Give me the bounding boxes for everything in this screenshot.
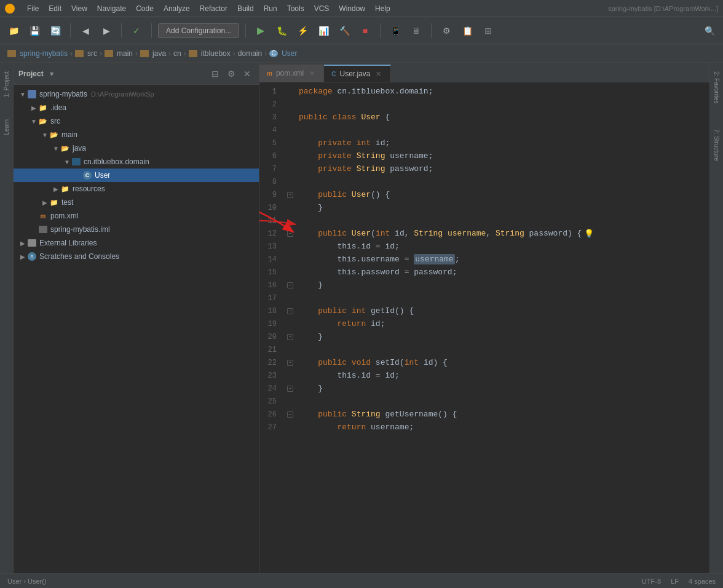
bc-sep-6: › <box>233 49 235 58</box>
line-num-15: 15 <box>259 268 284 277</box>
check-btn[interactable]: ✓ <box>128 22 145 39</box>
status-indent[interactable]: 4 spaces <box>689 578 716 585</box>
menu-file[interactable]: File <box>27 4 39 13</box>
add-config-btn[interactable]: Add Configuration... <box>158 23 239 38</box>
menu-analyze[interactable]: Analyze <box>164 4 190 13</box>
tab-pom-xml[interactable]: m pom.xml ✕ <box>259 65 324 82</box>
tree-item-resources[interactable]: ▶ 📁 resources <box>14 182 259 196</box>
coverage-btn[interactable]: ⚡ <box>294 22 311 39</box>
src-arrow: ▼ <box>30 117 38 125</box>
stop-btn[interactable]: ■ <box>357 22 374 39</box>
open-folder-btn[interactable]: 📁 <box>5 22 22 39</box>
project-panel-dropdown[interactable]: ▼ <box>49 70 55 77</box>
breadcrumb-user[interactable]: User <box>282 49 297 58</box>
forward-btn[interactable]: ▶ <box>98 22 115 39</box>
line-num-8: 8 <box>259 178 284 186</box>
fold-20[interactable]: - <box>287 334 293 340</box>
code-line-23: 23 this.id = id; <box>259 369 709 382</box>
left-tab-learn[interactable]: Learn <box>2 116 11 139</box>
line-code-23: this.id = id; <box>296 371 400 380</box>
menu-build[interactable]: Build <box>237 4 254 13</box>
code-line-24: 24 - } <box>259 382 709 395</box>
menu-tools[interactable]: Tools <box>287 4 304 13</box>
separator-5 <box>380 23 381 38</box>
code-line-4: 4 <box>259 124 709 137</box>
project-close-btn[interactable]: ✕ <box>240 67 254 81</box>
tab-user-java[interactable]: C User.java ✕ <box>324 65 390 82</box>
menu-navigate[interactable]: Navigate <box>97 4 126 13</box>
bulb-icon-12[interactable]: 💡 <box>584 229 594 239</box>
menu-edit[interactable]: Edit <box>49 4 61 13</box>
breadcrumb-java[interactable]: java <box>152 49 166 58</box>
menu-view[interactable]: View <box>71 4 87 13</box>
breadcrumb-cn[interactable]: cn <box>173 49 181 58</box>
line-num-9: 9 <box>259 191 284 199</box>
tree-item-test[interactable]: ▶ 📁 test <box>14 196 259 209</box>
menu-run[interactable]: Run <box>264 4 277 13</box>
main-icon: 📂 <box>49 130 59 140</box>
tree-item-iml[interactable]: spring-mybatis.iml <box>14 223 259 236</box>
package-icon <box>71 157 81 167</box>
tree-item-scratches[interactable]: ▶ S Scratches and Consoles <box>14 250 259 263</box>
tree-item-ext-libs[interactable]: ▶ External Libraries <box>14 236 259 250</box>
fold-24[interactable]: - <box>287 386 293 392</box>
search-btn[interactable]: 🔍 <box>701 22 718 39</box>
left-tab-project[interactable]: 1: Project <box>2 68 11 101</box>
menu-refactor[interactable]: Refactor <box>200 4 227 13</box>
back-btn[interactable]: ◀ <box>77 22 94 39</box>
run-btn[interactable]: ▶ <box>252 22 269 39</box>
line-num-22: 22 <box>259 359 284 367</box>
pom-tab-close[interactable]: ✕ <box>307 69 316 77</box>
idea-arrow: ▶ <box>30 103 38 112</box>
line-num-18: 18 <box>259 307 284 316</box>
menu-code[interactable]: Code <box>136 4 154 13</box>
main-arrow: ▼ <box>41 130 49 139</box>
right-tab-structure[interactable]: 7: Structure <box>712 125 721 165</box>
tree-item-src[interactable]: ▼ 📂 src <box>14 114 259 128</box>
code-content[interactable]: 1 package cn.itbluebox.domain; 2 3 publi… <box>259 82 709 573</box>
save-btn[interactable]: 💾 <box>26 22 43 39</box>
menu-vcs[interactable]: VCS <box>314 4 330 13</box>
status-encoding[interactable]: UTF-8 <box>642 578 661 585</box>
breadcrumb-src[interactable]: src <box>87 49 97 58</box>
fold-22[interactable]: - <box>287 360 293 366</box>
fold-26[interactable]: - <box>287 411 293 418</box>
tree-item-idea[interactable]: ▶ 📁 .idea <box>14 101 259 114</box>
profile-btn[interactable]: 📊 <box>315 22 332 39</box>
layout-btn[interactable]: ⊞ <box>480 22 497 39</box>
build-btn[interactable]: 🔨 <box>336 22 353 39</box>
device-btn[interactable]: 🖥 <box>408 22 425 39</box>
line-code-1: package cn.itbluebox.domain; <box>296 87 433 96</box>
fold-12[interactable]: - <box>287 231 293 237</box>
right-tab-favorites[interactable]: 2: Favorites <box>712 68 721 107</box>
tree-item-package[interactable]: ▼ cn.itbluebox.domain <box>14 155 259 169</box>
breadcrumb-domain[interactable]: domain <box>238 49 262 58</box>
menu-window[interactable]: Window <box>339 4 365 13</box>
project-settings-btn[interactable]: ⚙ <box>224 67 238 81</box>
breadcrumb-itbluebox[interactable]: itbluebox <box>201 49 231 58</box>
android-btn[interactable]: 📱 <box>387 22 404 39</box>
status-line-ending[interactable]: LF <box>671 578 679 585</box>
settings-btn[interactable]: ⚙ <box>438 22 455 39</box>
debug-btn[interactable]: 🐛 <box>273 22 290 39</box>
breadcrumb-main[interactable]: main <box>117 49 133 58</box>
tree-item-pom[interactable]: m pom.xml <box>14 209 259 223</box>
menu-help[interactable]: Help <box>375 4 390 13</box>
user-tab-close[interactable]: ✕ <box>374 70 383 78</box>
sync-btn[interactable]: 🔄 <box>47 22 64 39</box>
java-arrow: ▼ <box>52 144 60 153</box>
fold-9[interactable]: - <box>287 192 293 198</box>
tree-item-user[interactable]: C User <box>14 169 259 182</box>
code-line-15: 15 this.password = password; <box>259 266 709 279</box>
breadcrumb-project[interactable]: spring-mybatis <box>20 49 68 58</box>
fold-18[interactable]: - <box>287 308 293 314</box>
collapse-all-btn[interactable]: ⊟ <box>208 67 222 81</box>
fold-16[interactable]: - <box>287 282 293 288</box>
tree-item-root[interactable]: ▼ spring-mybatis D:\AProgramWorkSp <box>14 87 259 101</box>
vcs-btn[interactable]: 📋 <box>459 22 476 39</box>
main-label: main <box>61 130 77 139</box>
menu-bar: File Edit View Navigate Code Analyze Ref… <box>0 0 723 17</box>
line-num-19: 19 <box>259 320 284 328</box>
tree-item-java[interactable]: ▼ 📂 java <box>14 141 259 155</box>
tree-item-main[interactable]: ▼ 📂 main <box>14 128 259 141</box>
